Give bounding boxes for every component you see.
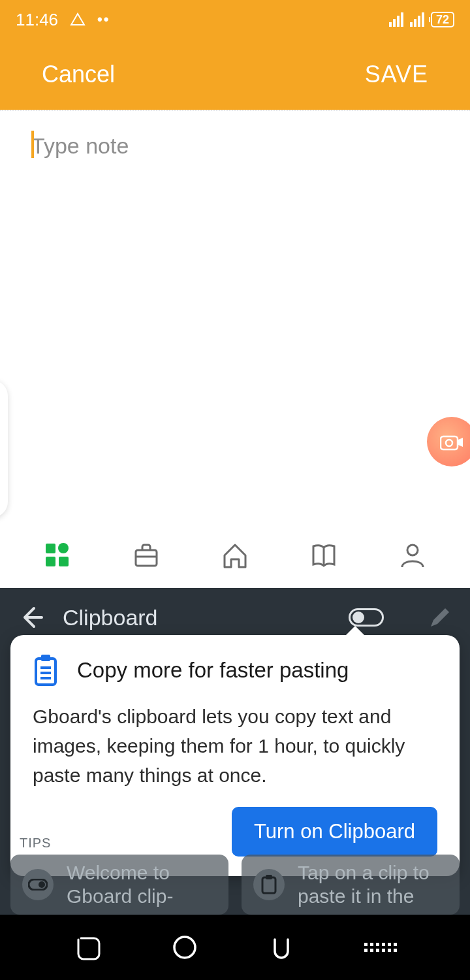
cancel-button[interactable]: Cancel bbox=[42, 61, 115, 88]
tip-text: Welcome to Gboard clip- bbox=[67, 861, 217, 908]
svg-rect-3 bbox=[46, 557, 55, 566]
tips-label: TIPS bbox=[20, 836, 51, 851]
book-icon bbox=[309, 541, 338, 570]
popup-body-text: Gboard's clipboard lets you copy text an… bbox=[33, 702, 437, 790]
save-button[interactable]: SAVE bbox=[365, 61, 428, 88]
triangle-icon bbox=[70, 12, 86, 27]
signal-icon bbox=[389, 12, 403, 27]
clock-text: 11:46 bbox=[16, 10, 58, 30]
action-bar: Cancel SAVE bbox=[0, 39, 470, 110]
nav-dashboard-button[interactable] bbox=[43, 541, 72, 570]
popup-title: Copy more for faster pasting bbox=[77, 658, 349, 683]
note-placeholder: Type note bbox=[31, 133, 129, 158]
tip-card[interactable]: Welcome to Gboard clip- bbox=[10, 855, 228, 915]
camera-icon bbox=[440, 433, 463, 451]
more-dots-icon: •• bbox=[97, 11, 110, 28]
svg-rect-6 bbox=[136, 550, 157, 566]
status-left: 11:46 •• bbox=[16, 10, 110, 30]
svg-point-16 bbox=[39, 881, 45, 888]
text-cursor bbox=[31, 131, 34, 158]
battery-icon: 72 bbox=[431, 12, 454, 27]
svg-rect-0 bbox=[441, 436, 458, 449]
home-button[interactable] bbox=[170, 933, 199, 962]
tip-clipboard-icon bbox=[253, 869, 285, 900]
nav-home-button[interactable] bbox=[221, 541, 249, 570]
keyboard-title: Clipboard bbox=[63, 605, 330, 630]
briefcase-icon bbox=[132, 541, 161, 570]
svg-point-4 bbox=[58, 543, 69, 553]
clipboard-icon bbox=[33, 655, 59, 686]
svg-rect-18 bbox=[266, 875, 272, 879]
grid-icon bbox=[43, 541, 72, 570]
note-input[interactable]: Type note bbox=[0, 111, 470, 181]
keyboard-switch-button[interactable] bbox=[364, 943, 397, 952]
camera-fab-button[interactable] bbox=[427, 417, 470, 466]
status-right: 72 bbox=[389, 12, 454, 27]
svg-rect-5 bbox=[59, 557, 69, 566]
nav-book-button[interactable] bbox=[309, 541, 338, 570]
clipboard-popup: Copy more for faster pasting Gboard's cl… bbox=[10, 635, 460, 876]
tips-row: Welcome to Gboard clip- Tap on a clip to… bbox=[10, 855, 460, 915]
svg-point-19 bbox=[174, 937, 195, 958]
svg-point-9 bbox=[407, 545, 418, 555]
svg-rect-17 bbox=[262, 877, 275, 893]
status-bar: 11:46 •• 72 bbox=[0, 0, 470, 39]
tip-toggle-icon bbox=[22, 869, 54, 900]
back-button[interactable] bbox=[267, 933, 296, 962]
svg-rect-2 bbox=[46, 544, 55, 553]
signal-icon-2 bbox=[410, 12, 424, 27]
edit-pencil-icon[interactable] bbox=[428, 606, 452, 629]
side-handle[interactable] bbox=[0, 380, 8, 517]
note-editor-area: Type note bbox=[0, 110, 470, 523]
popup-header: Copy more for faster pasting bbox=[33, 655, 437, 686]
turn-on-clipboard-button[interactable]: Turn on Clipboard bbox=[232, 807, 437, 857]
svg-rect-11 bbox=[41, 655, 50, 661]
keyboard-content-area: Copy more for faster pasting Gboard's cl… bbox=[0, 647, 470, 915]
back-arrow-icon[interactable] bbox=[18, 604, 44, 630]
system-nav-bar bbox=[0, 915, 470, 980]
nav-profile-button[interactable] bbox=[398, 541, 427, 570]
recents-button[interactable] bbox=[73, 933, 102, 962]
home-icon bbox=[221, 541, 249, 570]
clipboard-toggle[interactable] bbox=[349, 608, 384, 627]
person-icon bbox=[398, 541, 427, 570]
tip-card[interactable]: Tap on a clip to paste it in the bbox=[242, 855, 460, 915]
nav-briefcase-button[interactable] bbox=[132, 541, 161, 570]
tip-text: Tap on a clip to paste it in the bbox=[298, 861, 448, 908]
app-bottom-nav bbox=[0, 523, 470, 588]
svg-point-1 bbox=[446, 440, 452, 446]
